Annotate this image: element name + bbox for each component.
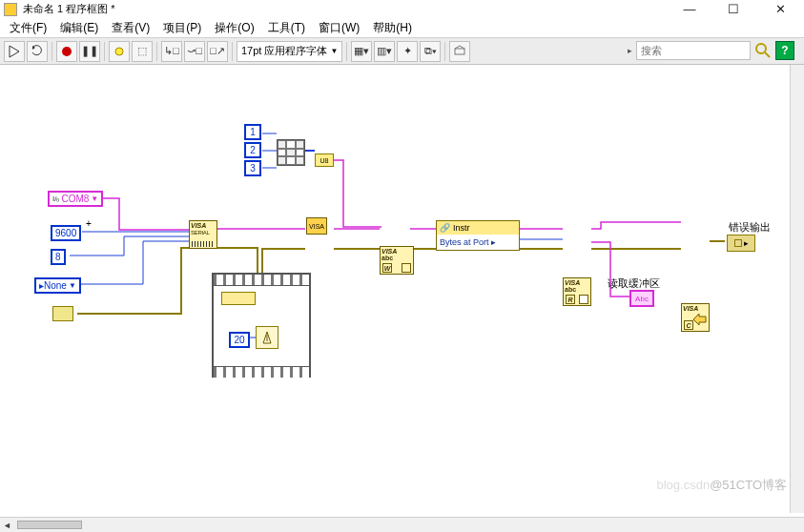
visa-read-node[interactable]: VISA abc R bbox=[563, 277, 591, 306]
search-chevron-icon[interactable]: ▸ bbox=[628, 46, 632, 55]
write-sub: W bbox=[382, 263, 392, 273]
title-bar: 未命名 1 程序框图 * — ☐ ✕ bbox=[0, 0, 804, 19]
parity-control[interactable]: ▸None ▼ bbox=[34, 277, 81, 294]
step-into-button[interactable]: ↳□ bbox=[161, 41, 182, 62]
instr-property-node[interactable]: 🔗 Instr Bytes at Port▸ bbox=[436, 220, 520, 251]
align-button[interactable]: ▦▾ bbox=[351, 41, 372, 62]
instr-property-bytes[interactable]: Bytes at Port▸ bbox=[437, 235, 519, 250]
search-icon[interactable] bbox=[754, 42, 772, 59]
vertical-scrollbar[interactable] bbox=[790, 65, 804, 513]
svg-point-0 bbox=[62, 47, 72, 56]
scroll-thumb[interactable] bbox=[17, 521, 82, 529]
wire-layer bbox=[0, 65, 804, 513]
array-constant-group: 1 2 3 bbox=[244, 124, 261, 176]
distribute-button[interactable]: ▥▾ bbox=[374, 41, 395, 62]
error-out-label: 错误输出 bbox=[729, 220, 771, 235]
read-buffer-label: 读取缓冲区 bbox=[608, 276, 660, 291]
chevron-down-icon: ▼ bbox=[91, 194, 98, 203]
visa-write-node[interactable]: VISA abc W bbox=[380, 246, 414, 275]
menu-help[interactable]: 帮助(H) bbox=[369, 19, 416, 37]
chevron-down-icon: ▼ bbox=[330, 47, 338, 55]
minimize-button[interactable]: — bbox=[676, 3, 703, 16]
block-diagram-canvas[interactable]: I/₀ COM8 ▼ 9600 + 8 ▸None ▼ 1 2 3 U8 VIS… bbox=[0, 65, 804, 513]
flat-sequence-structure[interactable]: 20 bbox=[212, 273, 311, 378]
menu-edit[interactable]: 编辑(E) bbox=[56, 19, 102, 37]
array-const-2[interactable]: 2 bbox=[244, 142, 261, 158]
visa-serial-sub: SERIAL bbox=[191, 230, 210, 235]
reorder-button[interactable]: ⧉▾ bbox=[420, 41, 441, 62]
svg-point-3 bbox=[756, 44, 766, 53]
chevron-down-icon: ▼ bbox=[69, 281, 76, 290]
visa-resource-value: COM8 bbox=[61, 194, 89, 204]
stop-button[interactable] bbox=[56, 41, 77, 62]
error-in-constant[interactable] bbox=[52, 306, 73, 321]
retain-values-button[interactable]: ⬚ bbox=[132, 41, 153, 62]
app-icon bbox=[4, 3, 17, 16]
step-out-button[interactable]: □↗ bbox=[207, 41, 228, 62]
menu-project[interactable]: 项目(P) bbox=[159, 19, 205, 37]
watermark: blog.csdn@51CTO博客 bbox=[656, 477, 787, 494]
maximize-button[interactable]: ☐ bbox=[720, 3, 747, 16]
read-buffer-indicator[interactable]: Abc bbox=[629, 290, 654, 307]
menu-bar: 文件(F) 编辑(E) 查看(V) 项目(P) 操作(O) 工具(T) 窗口(W… bbox=[0, 19, 804, 38]
search-area: ▸ ? bbox=[628, 41, 794, 60]
cleanup-button[interactable]: ✦ bbox=[397, 41, 418, 62]
menu-file[interactable]: 文件(F) bbox=[6, 19, 51, 37]
filmstrip-bottom bbox=[214, 366, 309, 378]
baud-value: 9600 bbox=[55, 228, 76, 238]
font-selector[interactable]: 17pt 应用程序字体 ▼ bbox=[237, 41, 342, 62]
pause-button[interactable]: ❚❚ bbox=[79, 41, 100, 62]
close-glyph-icon bbox=[692, 312, 708, 327]
parity-value: None bbox=[44, 280, 67, 291]
font-selector-label: 17pt 应用程序字体 bbox=[241, 44, 327, 58]
array-const-1[interactable]: 1 bbox=[244, 124, 261, 140]
menu-window[interactable]: 窗口(W) bbox=[315, 19, 363, 37]
window-title: 未命名 1 程序框图 * bbox=[23, 2, 676, 16]
cleanup-diagram-button[interactable] bbox=[449, 41, 470, 62]
visa-close-node[interactable]: VISA C bbox=[681, 303, 710, 332]
data-bits-value: 8 bbox=[55, 252, 61, 262]
menu-view[interactable]: 查看(V) bbox=[108, 19, 154, 37]
context-help-button[interactable]: ? bbox=[775, 41, 794, 60]
scroll-left-arrow[interactable]: ◄ bbox=[0, 518, 14, 532]
menu-operate[interactable]: 操作(O) bbox=[211, 19, 258, 37]
error-out-indicator[interactable]: ▸ bbox=[727, 235, 755, 252]
byte-array-to-string-node[interactable]: U8 bbox=[315, 153, 334, 167]
menu-tools[interactable]: 工具(T) bbox=[264, 19, 309, 37]
read-sub: R bbox=[566, 295, 575, 304]
highlight-exec-button[interactable] bbox=[109, 41, 130, 62]
filmstrip-top bbox=[214, 275, 309, 286]
array-const-3[interactable]: 3 bbox=[244, 160, 261, 176]
instr-header: 🔗 Instr bbox=[437, 221, 519, 235]
horizontal-scrollbar[interactable]: ◄ bbox=[0, 517, 804, 532]
search-input[interactable] bbox=[636, 41, 751, 60]
svg-rect-2 bbox=[455, 49, 464, 54]
io-prefix: I/₀ bbox=[52, 194, 59, 203]
visa-peek-node[interactable]: VISA bbox=[306, 217, 327, 235]
svg-point-1 bbox=[115, 48, 123, 55]
run-button[interactable] bbox=[4, 41, 25, 62]
link-icon: 🔗 bbox=[440, 223, 450, 233]
toolbar: ❚❚ ⬚ ↳□ ⤻□ □↗ 17pt 应用程序字体 ▼ ▦▾ ▥▾ ✦ ⧉▾ ▸… bbox=[0, 38, 804, 65]
close-button[interactable]: ✕ bbox=[764, 3, 796, 16]
inc-dec-icon: + bbox=[86, 218, 92, 229]
visa-resource-control[interactable]: I/₀ COM8 ▼ bbox=[48, 191, 103, 207]
build-array-node[interactable] bbox=[277, 139, 305, 166]
visa-configure-serial-node[interactable]: VISA SERIAL bbox=[189, 220, 217, 249]
visa-label: VISA bbox=[191, 222, 206, 229]
window-buttons: — ☐ ✕ bbox=[676, 3, 796, 16]
run-continuous-button[interactable] bbox=[27, 41, 48, 62]
data-bits-control[interactable]: 8 bbox=[51, 249, 66, 265]
baud-rate-control[interactable]: 9600 bbox=[51, 225, 81, 241]
step-over-button[interactable]: ⤻□ bbox=[184, 41, 205, 62]
